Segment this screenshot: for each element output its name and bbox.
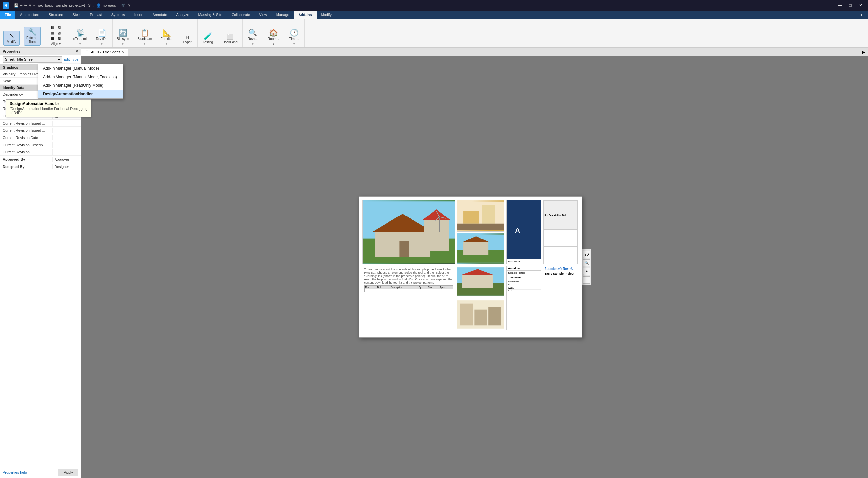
title-left: R 💾 ↩ ↪ 🖨 ✏ rac_basic_sample_project.rvt… [3, 2, 130, 8]
prop-name-cur-rev-desc: Current Revision Descrip... [0, 142, 53, 148]
canvas-tab-bar: 🗒 A001 - Title Sheet ✕ ▶ [82, 48, 868, 56]
tab-collaborate[interactable]: Collaborate [227, 10, 254, 19]
prop-value-cur-rev-date [53, 137, 81, 138]
sheet-section-image [457, 299, 504, 330]
svg-rect-27 [474, 309, 487, 325]
etransmit-button[interactable]: 📡 eTransmit [71, 28, 90, 42]
edit-type-button[interactable]: Edit Type [63, 58, 79, 61]
external-tools-button[interactable]: 🔧 ExternalTools [24, 27, 41, 46]
dropdown-item-readonly[interactable]: Add-In Manager (ReadOnly Mode) [38, 81, 123, 90]
hypar-button[interactable]: H Hypar [179, 34, 195, 46]
zoom-out-button[interactable]: − [583, 276, 590, 283]
svg-rect-14 [483, 205, 495, 224]
dockpanel-icon: ⬜ [227, 34, 234, 40]
apply-button[interactable]: Apply [58, 469, 79, 476]
maximize-button[interactable]: □ [846, 2, 855, 8]
tab-analyze[interactable]: Analyze [172, 10, 193, 19]
dropdown-item-manual-faceless[interactable]: Add-In Manager (Manual Mode, Faceless) [38, 72, 123, 81]
prop-name-cur-rev-issued2: Current Revision Issued ... [0, 121, 53, 126]
bimsync-button[interactable]: 🔄 Bimsync [115, 28, 131, 42]
ribbon-group-formit: 📐 FormIt... ▾ [156, 19, 177, 47]
sheet-interior-image [457, 200, 504, 232]
tab-structure[interactable]: Structure [44, 10, 68, 19]
sheet-title-info: Autodesk Sample House Title Sheet Issue … [506, 266, 541, 330]
sheet-type-dropdown[interactable]: Sheet: Title Sheet [3, 56, 62, 63]
prop-row-cur-rev-desc: Current Revision Descrip... [0, 141, 81, 149]
revitd-button[interactable]: 📄 RevitD... [94, 28, 110, 42]
canvas-tab-close[interactable]: ✕ [122, 50, 124, 54]
testing-button[interactable]: 🧪 Testing [200, 31, 216, 46]
properties-close-icon[interactable]: ✕ [75, 49, 79, 53]
hypar-icon: H [186, 35, 189, 40]
title-block-row-1 [544, 229, 577, 238]
main-area: Properties ✕ Sheet: Title Sheet Edit Typ… [0, 48, 868, 478]
tab-context[interactable]: ▼ [855, 10, 868, 19]
formit-button[interactable]: 📐 FormIt... [158, 28, 175, 42]
bluebeam-dropdown[interactable]: ▾ [144, 42, 146, 46]
revitd-label: RevitD... [96, 37, 108, 41]
autodesk-text: AUTODESK [508, 260, 539, 263]
ribbon-tabs[interactable]: File Architecture Structure Steel Precas… [0, 10, 868, 19]
title-block-row-2 [544, 238, 577, 246]
revit2-dropdown[interactable]: ▾ [252, 42, 253, 46]
2d-view-button[interactable]: 2D [583, 251, 590, 258]
prop-name-cur-rev: Current Revision [0, 149, 53, 155]
tab-addins[interactable]: Add-Ins [294, 10, 317, 19]
canvas-tab-icon: 🗒 [85, 50, 89, 54]
tab-manage[interactable]: Manage [272, 10, 294, 19]
tab-architecture[interactable]: Architecture [16, 10, 44, 19]
properties-scroll[interactable]: Graphics Visibility/Graphics Overri... E… [0, 64, 81, 467]
tab-steel[interactable]: Steel [68, 10, 85, 19]
tab-view[interactable]: View [254, 10, 272, 19]
bimsync-dropdown[interactable]: ▾ [122, 42, 124, 46]
align-btn-4[interactable]: ▧ [56, 25, 62, 30]
time-dropdown[interactable]: ▾ [293, 42, 295, 46]
tab-file[interactable]: File [0, 10, 16, 19]
logo-text: AUTODESK [507, 259, 540, 264]
dockpanel-button[interactable]: ⬜ DockPanel [220, 33, 240, 46]
prop-value-designed-by[interactable]: Designer [53, 164, 81, 169]
time-button[interactable]: 🕐 Time... [286, 28, 303, 42]
align-btn-1[interactable]: ▤ [50, 25, 56, 30]
sheet-right-images [457, 200, 504, 265]
align-btn-2[interactable]: ▥ [50, 30, 56, 36]
dropdown-item-manual-mode[interactable]: Add-In Manager (Manual Mode) [38, 64, 123, 72]
properties-help-link[interactable]: Properties help [3, 471, 27, 474]
close-button[interactable]: ✕ [856, 2, 865, 8]
section-svg [457, 299, 504, 330]
minimize-button[interactable]: — [835, 2, 844, 8]
revit2-button[interactable]: 🔍 Revit... [245, 28, 261, 42]
tab-massing[interactable]: Massing & Site [194, 10, 227, 19]
ribbon-group-bluebeam: 📋 Bluebeam ▾ [133, 19, 156, 47]
formit-dropdown[interactable]: ▾ [166, 42, 167, 46]
bluebeam-button[interactable]: 📋 Bluebeam [135, 28, 154, 42]
revitd-icon: 📄 [97, 29, 106, 36]
svg-rect-15 [457, 224, 504, 230]
interior-svg [457, 200, 504, 231]
align-btn-3[interactable]: ▦ [50, 36, 56, 41]
align-btn-5[interactable]: ▨ [56, 30, 62, 36]
tab-modify[interactable]: Modify [317, 10, 336, 19]
zoom-search-button[interactable]: 🔍 [583, 259, 590, 266]
modify-button[interactable]: ↖ Modify [3, 31, 20, 46]
revitd-dropdown[interactable]: ▾ [101, 42, 103, 46]
tab-precast[interactable]: Precast [85, 10, 106, 19]
align-btn-6[interactable]: ▩ [56, 36, 62, 41]
canvas-scroll-right[interactable]: ▶ [859, 49, 868, 55]
etransmit-dropdown[interactable]: ▾ [80, 42, 81, 46]
tab-insert[interactable]: Insert [130, 10, 148, 19]
svg-rect-23 [462, 275, 493, 288]
zoom-in-button[interactable]: + [583, 268, 590, 275]
room-button[interactable]: 🏠 Room... [266, 28, 282, 42]
properties-panel-footer: Properties help Apply [0, 467, 81, 478]
tab-annotate[interactable]: Annotate [148, 10, 172, 19]
tab-systems[interactable]: Systems [107, 10, 130, 19]
prop-value-approved-by[interactable]: Approver [53, 157, 81, 162]
drawing-canvas[interactable]: A AUTODESK No. Description Date [82, 56, 868, 478]
room-dropdown[interactable]: ▾ [273, 42, 274, 46]
canvas-tab-a001[interactable]: 🗒 A001 - Title Sheet ✕ [82, 49, 128, 56]
dropdown-item-dah[interactable]: DesignAutomationHandler [38, 90, 123, 98]
title-info-drawn: SM [507, 283, 540, 287]
window-controls[interactable]: — □ ✕ [835, 2, 865, 8]
prop-row-designed-by: Designed By Designer [0, 163, 81, 170]
